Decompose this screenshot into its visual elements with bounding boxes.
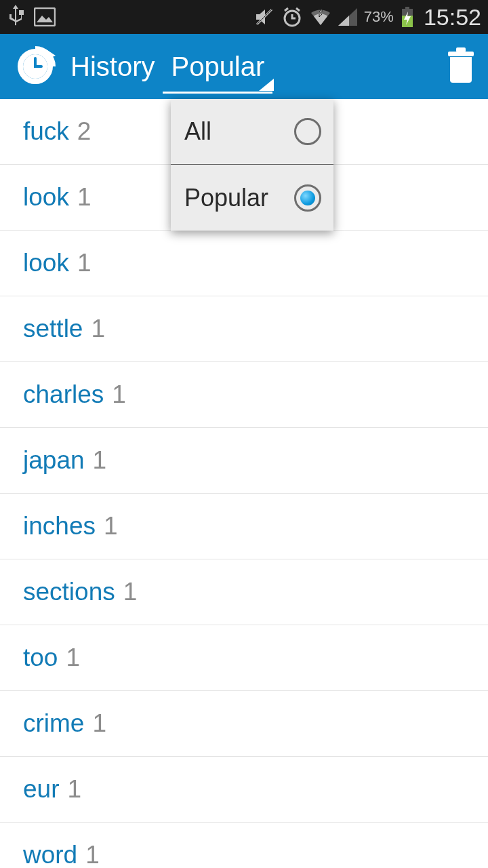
count-text: 1	[92, 709, 106, 738]
count-text: 1	[67, 775, 81, 804]
clock: 15:52	[424, 4, 481, 31]
battery-charging-icon	[401, 6, 414, 28]
list-item[interactable]: eur1	[0, 757, 488, 823]
term-text: crime	[23, 709, 84, 738]
term-text: sections	[23, 578, 115, 606]
svg-rect-10	[456, 47, 466, 52]
dropdown-option-popular[interactable]: Popular	[171, 165, 333, 231]
delete-button[interactable]	[446, 47, 476, 85]
tab-popular[interactable]: Popular	[163, 34, 272, 99]
count-text: 1	[91, 315, 105, 343]
term-text: word	[23, 841, 77, 868]
count-text: 1	[77, 249, 92, 277]
radio-unchecked-icon[interactable]	[294, 118, 321, 145]
dropdown-option-label: All	[184, 117, 211, 146]
list-item[interactable]: settle1	[0, 296, 488, 362]
list-item[interactable]: look1	[0, 231, 488, 296]
mute-icon	[254, 7, 274, 27]
term-text: eur	[23, 775, 59, 804]
term-text: fuck	[23, 117, 69, 146]
wifi-icon	[310, 7, 331, 26]
filter-dropdown: All Popular	[171, 99, 333, 231]
dropdown-option-label: Popular	[184, 184, 268, 212]
term-text: look	[23, 249, 69, 277]
term-text: look	[23, 183, 69, 212]
term-text: too	[23, 644, 58, 672]
signal-icon	[338, 8, 357, 26]
battery-percent: 73%	[364, 8, 394, 26]
count-text: 1	[123, 578, 138, 606]
history-clock-icon[interactable]	[15, 46, 56, 87]
dropdown-indicator-icon	[259, 79, 274, 91]
alarm-icon	[281, 6, 303, 28]
term-text: charles	[23, 380, 104, 409]
list-item[interactable]: inches1	[0, 494, 488, 559]
list-item[interactable]: word1	[0, 823, 488, 868]
count-text: 1	[112, 380, 126, 409]
list-item[interactable]: charles1	[0, 362, 488, 428]
status-bar: 73% 15:52	[0, 0, 488, 34]
count-text: 1	[77, 183, 92, 212]
usb-icon	[7, 5, 24, 29]
count-text: 1	[66, 644, 80, 672]
list-item[interactable]: too1	[0, 625, 488, 691]
term-text: settle	[23, 315, 83, 343]
tab-history-label: History	[70, 52, 155, 82]
tab-popular-label: Popular	[171, 52, 264, 82]
dropdown-option-all[interactable]: All	[171, 99, 333, 165]
list-item[interactable]: japan1	[0, 428, 488, 494]
svg-rect-5	[405, 7, 409, 9]
app-header: History Popular	[0, 34, 488, 99]
term-text: japan	[23, 446, 85, 475]
count-text: 1	[85, 841, 100, 868]
list-item[interactable]: sections1	[0, 559, 488, 625]
radio-checked-icon[interactable]	[294, 184, 321, 212]
picture-icon	[34, 7, 56, 26]
svg-rect-0	[35, 8, 55, 26]
tab-history[interactable]: History	[62, 34, 163, 99]
count-text: 1	[104, 512, 118, 540]
term-text: inches	[23, 512, 96, 540]
svg-rect-9	[448, 52, 474, 56]
count-text: 1	[93, 446, 107, 475]
count-text: 2	[77, 117, 92, 146]
list-item[interactable]: crime1	[0, 691, 488, 757]
